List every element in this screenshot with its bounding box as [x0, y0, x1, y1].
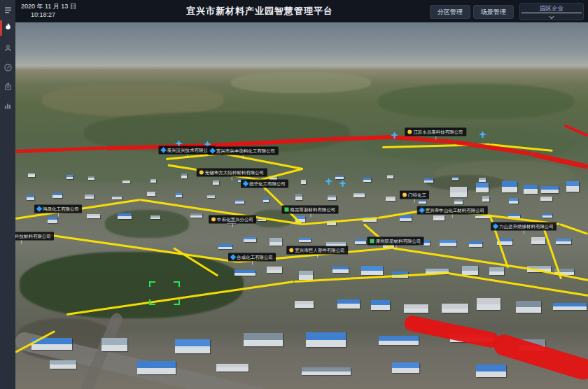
company-label-text: 格雷斯新材料有限公司 — [290, 207, 336, 212]
company-label[interactable]: 宜兴市中山化工材料有限公司 — [417, 206, 488, 215]
company-label[interactable]: 泰兴汉兴技术有限公司 — [159, 146, 216, 155]
selection-corner — [174, 299, 180, 305]
sidebar-item-fire-monitor[interactable] — [0, 20, 15, 36]
company-label[interactable]: 宜兴市巨人塑件有限公司 — [286, 246, 348, 255]
company-label-text: 宜兴市中山化工材料有限公司 — [426, 208, 485, 213]
fire-icon — [4, 22, 13, 34]
company-label-text: 泰兴汉兴技术有限公司 — [167, 148, 213, 153]
company-label-text: 力山达升绝缘材料有限公司 — [499, 224, 554, 229]
sidebar — [0, 0, 15, 389]
scene-management-button[interactable]: 场景管理 — [473, 5, 514, 19]
company-label-text: 鸿晟化工有限公司 — [43, 206, 79, 211]
sidebar-item-personnel[interactable] — [0, 41, 15, 57]
dropdown-divider — [522, 13, 582, 13]
company-marker-icon — [36, 206, 42, 211]
top-bar: 2020 年 11 月 13 日 10:18:27 宜兴市新材料产业园智慧管理平… — [15, 0, 588, 22]
aircraft-marker[interactable] — [325, 178, 332, 185]
sidebar-item-statistics[interactable] — [0, 98, 15, 115]
gauge-icon — [4, 62, 13, 75]
company-marker-icon — [289, 248, 293, 252]
chevron-down-icon — [549, 14, 554, 19]
company-label[interactable]: 鸿晟化工有限公司 — [34, 205, 82, 213]
company-label[interactable]: 格雷斯新材料有限公司 — [282, 206, 339, 214]
selection-target-box — [149, 281, 180, 305]
user-icon — [4, 43, 13, 55]
menu-icon — [4, 5, 13, 17]
company-label[interactable]: 力山达升绝缘材料有限公司 — [491, 222, 556, 231]
company-label-text: 潭州双星材料有限公司 — [376, 239, 421, 243]
company-marker-icon — [211, 217, 216, 221]
company-marker-icon — [210, 148, 216, 153]
building-icon — [4, 81, 13, 94]
company-label[interactable]: 中石化宜兴分公司 — [209, 215, 256, 224]
company-label[interactable]: 合成化工有限公司 — [228, 253, 276, 262]
company-marker-icon — [419, 207, 425, 213]
park-enterprise-dropdown[interactable]: 园区企业 — [519, 3, 584, 20]
company-marker-icon — [407, 129, 412, 134]
aircraft-marker[interactable] — [479, 131, 486, 138]
company-label[interactable]: 无锡市方大特种材料有限公司 — [197, 169, 267, 177]
sidebar-item-gauge[interactable] — [0, 60, 15, 77]
map-overlay: 泰兴汉兴技术有限公司宜兴市兴丰染料化工有限公司无锡市方大特种材料有限公司德华化工… — [15, 22, 588, 389]
company-label[interactable]: 门特化工 — [400, 191, 429, 199]
company-marker-icon — [493, 223, 498, 229]
company-label-text: 宜兴市巨人塑件有限公司 — [295, 248, 345, 253]
company-label[interactable]: 潭州双星材料有限公司 — [368, 237, 424, 246]
company-marker-icon — [230, 254, 236, 260]
company-label[interactable]: 德华化工有限公司 — [241, 180, 288, 188]
bar-chart-icon — [4, 100, 13, 113]
company-marker-icon — [402, 192, 407, 197]
company-label-text: 江苏永昌泰科技有限公司 — [413, 129, 463, 134]
company-label-text: 宜兴市兴丰染料化工有限公司 — [216, 148, 276, 153]
zone-management-button[interactable]: 分区管理 — [430, 5, 470, 19]
company-label-text: 中石化宜兴分公司 — [217, 217, 253, 222]
company-marker-icon — [285, 207, 289, 211]
company-label[interactable]: 江苏永昌泰科技有限公司 — [405, 128, 466, 136]
company-marker-icon — [200, 170, 204, 174]
aircraft-marker[interactable] — [339, 180, 346, 187]
sidebar-item-menu[interactable] — [0, 3, 15, 20]
company-label-text: 合成化工有限公司 — [237, 255, 273, 260]
company-marker-icon — [370, 239, 374, 243]
aircraft-marker[interactable] — [391, 132, 398, 139]
company-label-text: 无锡市方大特种材料有限公司 — [205, 170, 265, 175]
company-marker-icon — [160, 147, 166, 153]
selection-corner — [149, 299, 155, 305]
selection-corner — [174, 281, 180, 287]
company-marker-icon — [243, 181, 248, 186]
company-label-text: 门特化工 — [408, 192, 426, 197]
smart-park-platform: 2020 年 11 月 13 日 10:18:27 宜兴市新材料产业园智慧管理平… — [0, 0, 588, 389]
company-label[interactable]: 宜兴市兴丰染料化工有限公司 — [208, 147, 279, 155]
company-label-text: 德华化工有限公司 — [249, 181, 286, 186]
selection-corner — [149, 281, 155, 287]
sidebar-item-enterprise[interactable] — [0, 79, 15, 96]
